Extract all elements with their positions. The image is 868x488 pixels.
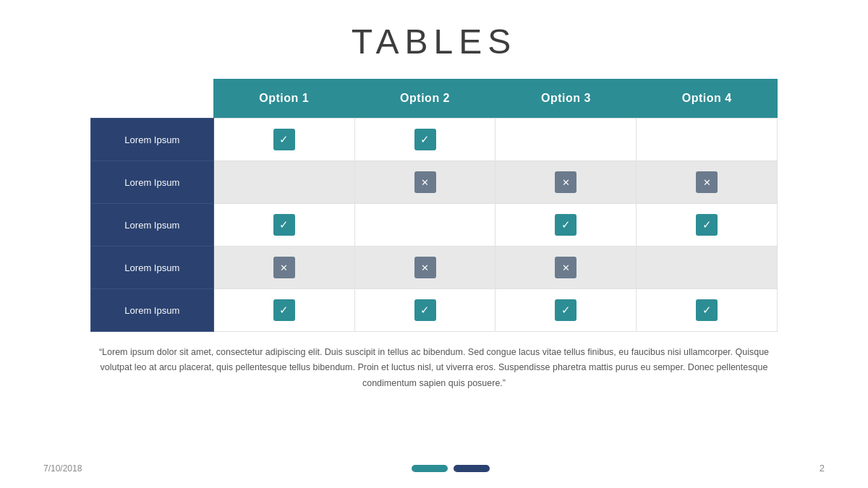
row-label: Lorem Ipsum [90,204,213,247]
table-cell [637,247,778,289]
table-row: Lorem Ipsum✕✕✕ [90,247,777,289]
row-label: Lorem Ipsum [90,289,213,332]
quote-text: “Lorem ipsum dolor sit amet, consectetur… [90,345,778,391]
check-icon: ✓ [555,299,576,321]
comparison-table: Option 1 Option 2 Option 3 Option 4 Lore… [90,79,778,332]
table-cell [213,161,354,204]
cross-icon: ✕ [696,171,718,193]
footer: 7/10/2018 2 [43,463,825,474]
check-icon: ✓ [414,299,436,321]
table-cell [495,119,637,161]
row-label: Lorem Ipsum [90,247,213,289]
table-row: Lorem Ipsum✕✕✕ [90,161,777,204]
table-cell: ✕ [495,161,637,204]
table-cell: ✓ [495,204,637,247]
table-cell [354,204,495,247]
page-dot-1 [412,465,448,472]
header-option4: Option 4 [637,79,778,119]
row-label: Lorem Ipsum [90,119,213,161]
header-option1: Option 1 [213,79,354,119]
page-title: TABLES [352,22,517,61]
footer-pagination [412,465,490,472]
table-wrapper: Option 1 Option 2 Option 3 Option 4 Lore… [43,79,825,332]
table-cell: ✕ [495,247,637,289]
check-icon: ✓ [696,214,718,236]
check-icon: ✓ [273,299,295,321]
cross-icon: ✕ [414,257,436,278]
check-icon: ✓ [273,129,295,150]
footer-date: 7/10/2018 [43,463,82,474]
table-cell: ✕ [354,161,495,204]
table-cell: ✕ [637,161,778,204]
check-icon: ✓ [273,214,295,236]
table-cell: ✓ [637,289,778,332]
table-cell: ✓ [637,204,778,247]
header-option3: Option 3 [495,79,637,119]
table-row: Lorem Ipsum✓✓ [90,119,777,161]
header-option2: Option 2 [354,79,495,119]
page-dot-2 [454,465,490,472]
table-cell [637,119,778,161]
table-cell: ✕ [213,247,354,289]
check-icon: ✓ [414,129,436,150]
table-cell: ✓ [213,119,354,161]
table-cell: ✓ [495,289,637,332]
slide: TABLES Option 1 Option 2 Option 3 Option… [0,0,868,488]
cross-icon: ✕ [555,257,576,278]
check-icon: ✓ [696,299,718,321]
table-cell: ✕ [354,247,495,289]
check-icon: ✓ [555,214,576,236]
table-row: Lorem Ipsum✓✓✓ [90,204,777,247]
table-cell: ✓ [213,289,354,332]
row-label: Lorem Ipsum [90,161,213,204]
table-row: Lorem Ipsum✓✓✓✓ [90,289,777,332]
footer-page-number: 2 [820,463,825,474]
table-cell: ✓ [354,289,495,332]
table-header-row: Option 1 Option 2 Option 3 Option 4 [90,79,777,119]
table-cell: ✓ [354,119,495,161]
header-empty [90,79,213,119]
quote-section: “Lorem ipsum dolor sit amet, consectetur… [90,345,778,391]
cross-icon: ✕ [555,171,576,193]
cross-icon: ✕ [273,257,295,278]
cross-icon: ✕ [414,171,436,193]
table-cell: ✓ [213,204,354,247]
